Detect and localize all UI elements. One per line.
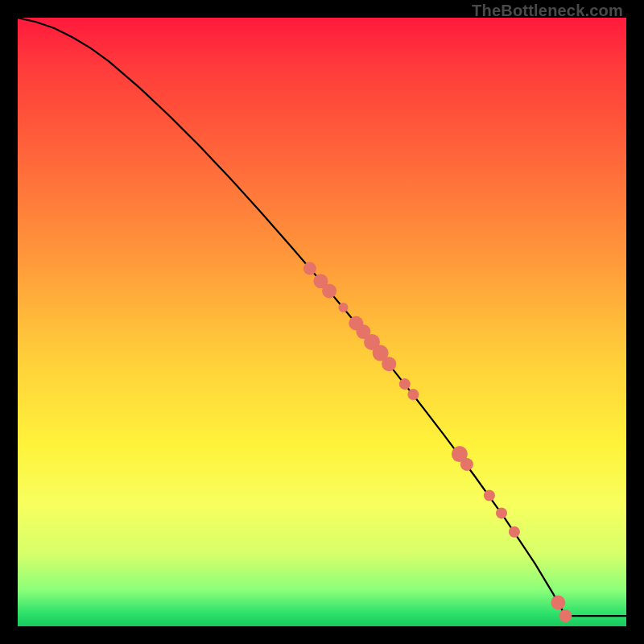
curve-line xyxy=(18,18,626,616)
data-points xyxy=(303,262,572,623)
chart-svg xyxy=(18,18,626,626)
chart-frame: TheBottleneck.com xyxy=(0,0,644,644)
data-point xyxy=(407,389,419,400)
plot-area xyxy=(18,18,626,626)
data-point xyxy=(303,262,316,275)
data-point xyxy=(339,303,349,312)
data-point xyxy=(559,609,572,622)
data-point xyxy=(551,596,565,610)
data-point xyxy=(382,357,396,371)
data-point xyxy=(399,378,411,390)
data-point xyxy=(509,526,520,538)
attribution-label: TheBottleneck.com xyxy=(472,2,623,20)
data-point xyxy=(460,458,473,471)
data-point xyxy=(322,283,336,298)
data-point xyxy=(496,507,507,518)
data-point xyxy=(484,490,495,502)
